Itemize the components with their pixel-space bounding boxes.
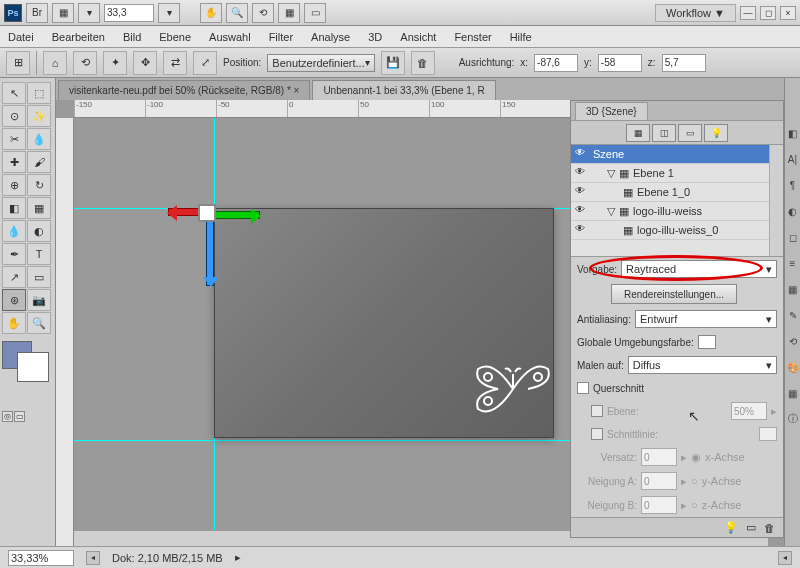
dock-path-icon[interactable]: ✎ [786, 308, 800, 322]
dock-layers-icon[interactable]: ≡ [786, 256, 800, 270]
doc-tab-2[interactable]: Unbenannt-1 bei 33,3% (Ebene 1, R [312, 80, 495, 100]
filter-material-icon[interactable]: ▭ [678, 124, 702, 142]
menu-datei[interactable]: Datei [8, 31, 34, 43]
filter-scene-icon[interactable]: ▦ [626, 124, 650, 142]
dock-char-icon[interactable]: A| [786, 152, 800, 166]
position-dropdown[interactable]: Benutzerdefiniert... ▾ [267, 54, 374, 72]
tree-szene[interactable]: 👁Szene [571, 145, 783, 164]
render-settings-button[interactable]: Rendereinstellungen... [611, 284, 737, 304]
viewextras-icon[interactable]: ▾ [78, 3, 100, 23]
menu-3d[interactable]: 3D [368, 31, 382, 43]
zoom-dd[interactable]: ▾ [158, 3, 180, 23]
shape-tool[interactable]: ▭ [27, 266, 51, 288]
malen-dropdown[interactable]: Diffus▾ [628, 356, 777, 374]
status-scroll-left[interactable]: ◂ [778, 551, 792, 565]
move-tool[interactable]: ↖ [2, 82, 26, 104]
trash-icon[interactable]: 🗑 [411, 51, 435, 75]
dock-style-icon[interactable]: ▦ [786, 386, 800, 400]
eraser-tool[interactable]: ◧ [2, 197, 26, 219]
brush-tool[interactable]: 🖌 [27, 151, 51, 173]
close-icon[interactable]: × [780, 6, 796, 20]
menu-filter[interactable]: Filter [269, 31, 293, 43]
menu-auswahl[interactable]: Auswahl [209, 31, 251, 43]
dock-history-icon[interactable]: ⟲ [786, 334, 800, 348]
workspace-switcher[interactable]: Workflow ▼ [655, 4, 736, 22]
menu-analyse[interactable]: Analyse [311, 31, 350, 43]
lasso-tool[interactable]: ⊙ [2, 105, 26, 127]
toggle-light-icon[interactable]: 💡 [724, 521, 738, 534]
menu-bild[interactable]: Bild [123, 31, 141, 43]
maximize-icon[interactable]: ◻ [760, 6, 776, 20]
zoom-tool2[interactable]: 🔍 [27, 312, 51, 334]
querschnitt-checkbox[interactable] [577, 382, 589, 394]
zoomtool-icon[interactable]: 🔍 [226, 3, 248, 23]
tree-logo[interactable]: 👁▽ ▦ logo-illu-weiss [571, 202, 783, 221]
filter-mesh-icon[interactable]: ◫ [652, 124, 676, 142]
status-zoom[interactable] [8, 550, 74, 566]
tree-logo-0[interactable]: 👁▦ logo-illu-weiss_0 [571, 221, 783, 240]
heal-tool[interactable]: ✚ [2, 151, 26, 173]
crop-tool[interactable]: ✂ [2, 128, 26, 150]
tree-ebene1-0[interactable]: 👁▦ Ebene 1_0 [571, 183, 783, 202]
minimize-icon[interactable]: — [740, 6, 756, 20]
color-swatch[interactable] [2, 341, 32, 369]
dodge-tool[interactable]: ◐ [27, 220, 51, 242]
panel-trash-icon[interactable]: 🗑 [764, 522, 775, 534]
path-tool[interactable]: ↗ [2, 266, 26, 288]
3d-gizmo[interactable] [162, 200, 282, 320]
bridge-icon[interactable]: Br [26, 3, 48, 23]
pen-tool[interactable]: ✒ [2, 243, 26, 265]
tree-scrollbar[interactable] [769, 145, 783, 256]
z-input[interactable] [662, 54, 706, 72]
3d-home-icon[interactable]: ⌂ [43, 51, 67, 75]
eye-icon[interactable]: 👁 [575, 185, 589, 199]
dock-para-icon[interactable]: ¶ [786, 178, 800, 192]
menu-hilfe[interactable]: Hilfe [510, 31, 532, 43]
3d-object-tool[interactable]: ⊛ [2, 289, 26, 311]
toggle-ground-icon[interactable]: ▭ [746, 521, 756, 534]
dock-mask-icon[interactable]: ◻ [786, 230, 800, 244]
ruler-vertical[interactable] [56, 118, 74, 546]
quickmask-icon[interactable]: ◎ [2, 411, 13, 422]
type-tool[interactable]: T [27, 243, 51, 265]
3d-roll-icon[interactable]: ✦ [103, 51, 127, 75]
3d-scale-icon[interactable]: ⤢ [193, 51, 217, 75]
dock-color-icon[interactable]: ◧ [786, 126, 800, 140]
3d-rotate-icon[interactable]: ⟲ [73, 51, 97, 75]
env-color-swatch[interactable] [698, 335, 716, 349]
marquee-tool[interactable]: ⬚ [27, 82, 51, 104]
save-icon[interactable]: 💾 [381, 51, 405, 75]
rotate-icon[interactable]: ⟲ [252, 3, 274, 23]
hand-icon[interactable]: ✋ [200, 3, 222, 23]
axis-y[interactable] [206, 220, 214, 286]
gizmo-center[interactable] [198, 204, 216, 222]
y-input[interactable] [598, 54, 642, 72]
menu-bearbeiten[interactable]: Bearbeiten [52, 31, 105, 43]
tree-ebene1[interactable]: 👁▽ ▦ Ebene 1 [571, 164, 783, 183]
x-input[interactable] [534, 54, 578, 72]
gradient-tool[interactable]: ▦ [27, 197, 51, 219]
blur-tool[interactable]: 💧 [2, 220, 26, 242]
3d-pan-icon[interactable]: ✥ [133, 51, 157, 75]
dock-adjust-icon[interactable]: ◐ [786, 204, 800, 218]
filter-light-icon[interactable]: 💡 [704, 124, 728, 142]
3d-camera-tool[interactable]: 📷 [27, 289, 51, 311]
menu-ansicht[interactable]: Ansicht [400, 31, 436, 43]
history-tool[interactable]: ↻ [27, 174, 51, 196]
eye-icon[interactable]: 👁 [575, 204, 589, 218]
antialiasing-dropdown[interactable]: Entwurf▾ [635, 310, 777, 328]
eye-icon[interactable]: 👁 [575, 166, 589, 180]
stamp-tool[interactable]: ⊕ [2, 174, 26, 196]
minibridge-icon[interactable]: ▦ [52, 3, 74, 23]
menu-ebene[interactable]: Ebene [159, 31, 191, 43]
dock-info-icon[interactable]: ⓘ [786, 412, 800, 426]
3d-slide-icon[interactable]: ⇄ [163, 51, 187, 75]
zoom-input[interactable] [104, 4, 154, 22]
vorgabe-dropdown[interactable]: Raytraced▾ [621, 260, 777, 278]
dock-channels-icon[interactable]: ▦ [786, 282, 800, 296]
status-left-icon[interactable]: ◂ [86, 551, 100, 565]
screenmode-icon[interactable]: ▭ [14, 411, 25, 422]
eyedropper-tool[interactable]: 💧 [27, 128, 51, 150]
axis-z[interactable] [168, 208, 202, 216]
dock-swatch-icon[interactable]: 🎨 [786, 360, 800, 374]
